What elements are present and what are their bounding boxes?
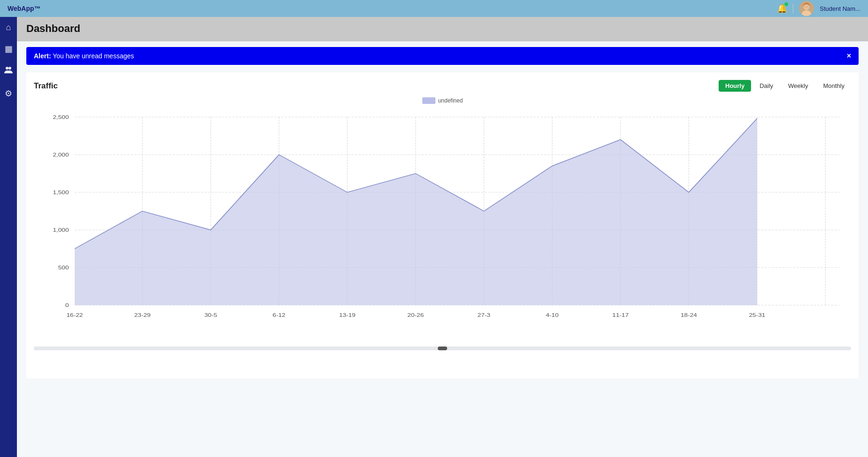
chart-legend: undefined — [34, 97, 851, 104]
x-label-10: 18-24 — [681, 312, 697, 318]
alert-close-button[interactable]: × — [847, 52, 851, 60]
traffic-section: Traffic Hourly Daily Weekly Monthly unde… — [26, 72, 859, 378]
y-label-500: 500 — [58, 265, 69, 270]
svg-point-4 — [6, 67, 8, 70]
x-label-2: 23-29 — [134, 312, 151, 318]
top-nav: WebApp™ 🔔 Student Nam... — [0, 0, 868, 17]
x-label-6: 20-26 — [407, 312, 424, 318]
time-filter-group: Hourly Daily Weekly Monthly — [719, 80, 851, 92]
nav-divider — [793, 4, 793, 13]
avatar[interactable] — [799, 1, 814, 16]
y-label-1500: 1,500 — [53, 189, 69, 195]
filter-monthly-button[interactable]: Monthly — [816, 80, 851, 92]
filter-hourly-button[interactable]: Hourly — [719, 80, 751, 92]
filter-daily-button[interactable]: Daily — [753, 80, 780, 92]
student-name: Student Nam... — [820, 5, 860, 12]
x-label-9: 11-17 — [612, 312, 629, 318]
legend-swatch — [422, 97, 435, 104]
nav-right: 🔔 Student Nam... — [777, 1, 860, 16]
scrollbar-thumb[interactable] — [438, 347, 447, 350]
alert-label: Alert: — [34, 52, 51, 60]
alert-banner: Alert: You have unread messages × — [26, 47, 859, 65]
y-label-2000: 2,000 — [53, 152, 69, 158]
notification-dot — [784, 2, 788, 6]
sidebar-home-icon[interactable]: ⌂ — [6, 23, 11, 32]
page-header: Dashboard — [17, 17, 868, 41]
y-label-2500: 2,500 — [53, 114, 69, 120]
alert-text: Alert: You have unread messages — [34, 52, 134, 60]
x-label-4: 6-12 — [272, 312, 285, 318]
traffic-chart: 2,500 2,000 1,500 1,000 500 0 16-22 23-2… — [34, 108, 851, 343]
filter-weekly-button[interactable]: Weekly — [782, 80, 814, 92]
x-label-8: 4-10 — [546, 312, 558, 318]
y-label-0: 0 — [65, 302, 69, 308]
bell-button[interactable]: 🔔 — [777, 3, 787, 14]
x-label-3: 30-5 — [204, 312, 217, 318]
main-content: Dashboard Alert: You have unread message… — [17, 17, 868, 457]
x-label-1: 16-22 — [67, 312, 83, 318]
chart-scrollbar[interactable] — [34, 347, 851, 350]
sidebar-chart-icon[interactable]: ▦ — [5, 44, 13, 54]
avatar-image — [799, 1, 814, 16]
traffic-header: Traffic Hourly Daily Weekly Monthly — [34, 80, 851, 92]
sidebar-users-icon[interactable] — [4, 65, 13, 77]
sidebar-settings-icon[interactable]: ⚙ — [5, 88, 12, 99]
alert-message: You have unread messages — [53, 52, 134, 60]
svg-point-3 — [804, 4, 809, 9]
x-label-7: 27-3 — [478, 312, 490, 318]
sidebar: ⌂ ▦ ⚙ — [0, 17, 17, 457]
chart-container: 2,500 2,000 1,500 1,000 500 0 16-22 23-2… — [34, 108, 851, 371]
content-area: Alert: You have unread messages × Traffi… — [17, 41, 868, 457]
y-label-1000: 1,000 — [53, 227, 69, 233]
x-label-11: 25-31 — [749, 312, 765, 318]
legend-label: undefined — [438, 97, 463, 104]
traffic-title: Traffic — [34, 81, 58, 91]
layout: ⌂ ▦ ⚙ Dashboard Alert: You have unread m… — [0, 17, 868, 457]
page-title: Dashboard — [26, 23, 80, 35]
brand-name: WebApp™ — [8, 5, 41, 12]
x-label-5: 13-19 — [339, 312, 356, 318]
svg-point-5 — [8, 67, 11, 70]
